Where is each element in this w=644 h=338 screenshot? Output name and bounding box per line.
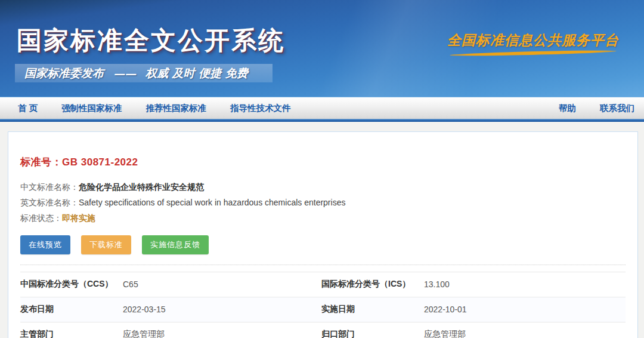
page-content: 标准号：GB 30871-2022 中文标准名称：危险化学品企业特殊作业安全规范… [0, 131, 644, 338]
meta-fields: 中文标准名称：危险化学品企业特殊作业安全规范英文标准名称：Safety spec… [20, 179, 626, 226]
banner-slogan: 权威 及时 便捷 免费 [145, 66, 248, 81]
feedback-button[interactable]: 实施信息反馈 [142, 235, 209, 254]
meta-value: 危险化学品企业特殊作业安全规范 [79, 182, 204, 192]
nav-item-mandatory[interactable]: 强制性国家标准 [61, 103, 122, 114]
publisher-text: 国家标准委发布 [24, 66, 104, 81]
meta-label: 英文标准名称： [20, 198, 79, 207]
table-cell-label: 主管部门 [20, 329, 123, 338]
publisher-banner: 国家标准委发布 —— 权威 及时 便捷 免费 [15, 64, 273, 82]
table-cell-value: 13.100 [424, 279, 626, 289]
download-button[interactable]: 下载标准 [81, 235, 131, 254]
nav-item-help[interactable]: 帮助 [559, 103, 576, 114]
standard-detail-card: 标准号：GB 30871-2022 中文标准名称：危险化学品企业特殊作业安全规范… [8, 131, 638, 338]
meta-label: 中文标准名称： [20, 182, 79, 192]
site-title: 国家标准全文公开系统 [17, 24, 285, 57]
standard-info-table: 中国标准分类号（CCS）C65国际标准分类号（ICS）13.100发布日期202… [20, 272, 626, 338]
standard-number-value: GB 30871-2022 [62, 156, 138, 168]
table-cell-label: 中国标准分类号（CCS） [20, 279, 123, 290]
meta-value: 即将实施 [62, 213, 95, 223]
nav-left: 首 页强制性国家标准推荐性国家标准指导性技术文件 [18, 103, 315, 114]
table-row: 发布日期2022-03-15实施日期2022-10-01 [20, 297, 626, 322]
table-cell-label: 发布日期 [20, 304, 123, 315]
table-cell-label: 实施日期 [321, 304, 424, 315]
standard-number-label: 标准号： [20, 156, 62, 168]
meta-line: 中文标准名称：危险化学品企业特殊作业安全规范 [20, 179, 626, 195]
standard-number-heading: 标准号：GB 30871-2022 [20, 155, 626, 169]
table-cell-value: 应急管理部 [424, 329, 626, 338]
table-cell-value: 应急管理部 [123, 329, 321, 338]
main-nav: 首 页强制性国家标准推荐性国家标准指导性技术文件 帮助联系我们 [0, 97, 644, 119]
dotted-separator [20, 265, 626, 265]
nav-item-recommended[interactable]: 推荐性国家标准 [146, 103, 207, 114]
platform-underline-stroke [450, 50, 617, 57]
nav-right: 帮助联系我们 [535, 103, 634, 114]
platform-logo-text: 全国标准信息公共服务平台 [447, 31, 619, 50]
meta-value: Safety specifications of special work in… [79, 198, 345, 207]
table-cell-label: 归口部门 [321, 329, 424, 338]
nav-item-home[interactable]: 首 页 [18, 103, 38, 114]
site-header: 国家标准全文公开系统 国家标准委发布 —— 权威 及时 便捷 免费 全国标准信息… [0, 0, 644, 97]
meta-line: 标准状态：即将实施 [20, 210, 626, 226]
meta-line: 英文标准名称：Safety specifications of special … [20, 195, 626, 210]
table-row: 主管部门应急管理部归口部门应急管理部 [20, 322, 626, 338]
table-cell-label: 国际标准分类号（ICS） [321, 279, 424, 290]
banner-dash: —— [113, 67, 136, 80]
action-buttons: 在线预览下载标准实施信息反馈 [20, 235, 626, 254]
table-cell-value: 2022-03-15 [123, 305, 321, 314]
table-row: 中国标准分类号（CCS）C65国际标准分类号（ICS）13.100 [20, 272, 626, 297]
meta-label: 标准状态： [20, 213, 62, 223]
table-cell-value: 2022-10-01 [424, 305, 626, 314]
nav-item-guiding[interactable]: 指导性技术文件 [230, 103, 291, 114]
preview-button[interactable]: 在线预览 [20, 235, 70, 254]
nav-bottom-rule [0, 119, 644, 122]
nav-item-contact[interactable]: 联系我们 [600, 103, 634, 114]
platform-logo: 全国标准信息公共服务平台 [447, 31, 619, 55]
table-cell-value: C65 [123, 279, 321, 289]
